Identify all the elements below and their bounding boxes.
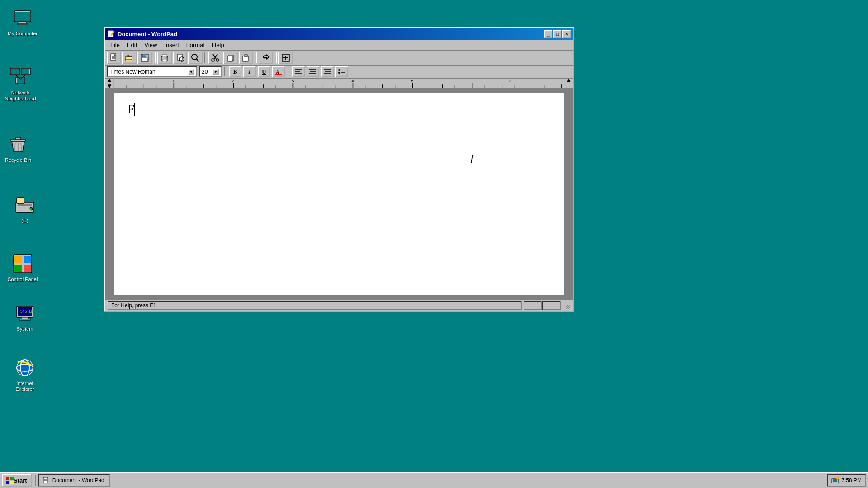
svg-text:1: 1	[172, 79, 175, 83]
svg-rect-24	[24, 256, 31, 263]
taskbar-time: 7:58 PM	[841, 477, 862, 483]
status-help-text: For Help, press F1	[108, 301, 522, 310]
toolbar-sep-1	[154, 52, 156, 63]
align-center-button[interactable]	[307, 66, 319, 77]
maximize-button[interactable]: □	[553, 30, 561, 38]
desktop-icon-drive-c-label: (C)	[21, 218, 28, 224]
ruler: 1 2 3 4 5	[105, 79, 573, 89]
font-select[interactable]: Times New Roman ▼	[107, 66, 197, 77]
status-resize-handle[interactable]	[561, 301, 571, 310]
toolbar-find-button[interactable]	[188, 52, 203, 64]
desktop-icon-my-computer[interactable]: My Computer	[5, 7, 41, 37]
color-button[interactable]: A	[272, 66, 285, 77]
toolbar-save-button[interactable]	[137, 52, 152, 64]
toolbar-undo-button[interactable]	[259, 52, 273, 64]
svg-text:2: 2	[232, 79, 234, 83]
menu-edit[interactable]: Edit	[123, 41, 141, 49]
menu-bar: File Edit View Insert Format Help	[105, 40, 573, 51]
toolbar-new-button[interactable]	[107, 52, 121, 64]
toolbar-sep-3	[255, 52, 257, 63]
menu-help[interactable]: Help	[208, 41, 228, 49]
title-bar-left: 📝 Document - WordPad	[108, 30, 177, 38]
svg-rect-18	[18, 204, 32, 206]
svg-rect-23	[14, 256, 22, 263]
taskbar-wordpad-item[interactable]: Document - WordPad	[38, 474, 110, 487]
desktop-icon-control-panel[interactable]: Control Panel	[5, 253, 41, 282]
svg-rect-46	[162, 55, 167, 57]
desktop-icon-control-panel-label: Control Panel	[8, 277, 38, 282]
svg-rect-65	[275, 74, 282, 75]
italic-button[interactable]: I	[243, 66, 256, 77]
svg-point-56	[216, 59, 219, 61]
start-button[interactable]: Start	[2, 474, 32, 487]
document-text: F	[127, 102, 134, 116]
toolbar-open-button[interactable]	[122, 52, 137, 64]
svg-rect-127	[6, 481, 9, 484]
svg-rect-43	[142, 58, 147, 61]
desktop-icon-drive-c[interactable]: C (C)	[7, 194, 43, 224]
svg-text:3: 3	[292, 79, 294, 83]
svg-rect-30	[21, 317, 28, 319]
svg-rect-25	[14, 265, 22, 272]
svg-rect-1	[15, 12, 30, 21]
menu-format[interactable]: Format	[183, 41, 208, 49]
menu-view[interactable]: View	[141, 41, 160, 49]
svg-line-123	[568, 307, 570, 309]
svg-text:C: C	[19, 200, 21, 203]
svg-point-55	[212, 59, 214, 61]
desktop-icon-recycle-bin-label: Recycle Bin	[5, 157, 31, 163]
svg-rect-26	[24, 265, 31, 272]
desktop-icon-internet-explorer[interactable]: InternetExplorer	[7, 357, 43, 392]
svg-rect-45	[162, 59, 167, 62]
document-area[interactable]: F I	[105, 89, 573, 299]
align-right-button[interactable]	[321, 66, 334, 77]
taskbar-tray-icon	[831, 477, 839, 484]
menu-file[interactable]: File	[107, 41, 123, 49]
minimize-button[interactable]: _	[544, 30, 552, 38]
svg-rect-42	[142, 54, 146, 57]
toolbar-cut-button[interactable]	[208, 52, 222, 64]
svg-point-78	[338, 69, 340, 71]
svg-rect-126	[10, 477, 14, 480]
drive-c-icon: C	[14, 194, 36, 216]
status-help-label: For Help, press F1	[111, 302, 156, 309]
recycle-bin-icon	[7, 134, 29, 155]
desktop-icon-recycle-bin[interactable]: Recycle Bin	[0, 134, 36, 163]
taskbar-tray: 7:58 PM	[827, 474, 866, 487]
svg-text:7: 7	[509, 79, 511, 83]
document-page: F I	[114, 93, 564, 295]
desktop-icon-network-label: Network Neighborhood	[2, 90, 38, 102]
wordpad-window: 📝 Document - WordPad _ □ ✕ File Edit Vie…	[104, 27, 574, 312]
toolbar-print-preview-button[interactable]	[173, 52, 187, 64]
document-editor[interactable]: F	[127, 102, 551, 260]
bold-button[interactable]: B	[229, 66, 241, 77]
toolbar-copy-button[interactable]	[223, 52, 238, 64]
close-button[interactable]: ✕	[562, 30, 571, 38]
status-box-1	[524, 301, 542, 310]
my-computer-icon	[12, 7, 33, 29]
wordpad-title-icon: 📝	[108, 30, 115, 38]
toolbar-paste-button[interactable]	[239, 52, 253, 64]
align-left-button[interactable]	[292, 66, 305, 77]
underline-button[interactable]: U	[258, 66, 270, 77]
menu-insert[interactable]: Insert	[160, 41, 183, 49]
desktop-icon-network[interactable]: Network Neighborhood	[2, 66, 38, 102]
svg-rect-31	[19, 319, 30, 320]
font-size-select[interactable]: 20 ▼	[199, 66, 222, 77]
status-bar: For Help, press F1	[105, 299, 573, 311]
toolbar-print-button[interactable]	[157, 52, 172, 64]
toolbar-object-button[interactable]	[278, 52, 293, 64]
network-icon	[9, 66, 31, 88]
font-size-dropdown-arrow[interactable]: ▼	[212, 69, 219, 75]
font-dropdown-arrow[interactable]: ▼	[188, 69, 194, 75]
svg-rect-5	[11, 69, 19, 74]
bullets-button[interactable]	[335, 66, 348, 77]
format-bar: Times New Roman ▼ 20 ▼ B I U A	[105, 66, 573, 79]
desktop-icon-system[interactable]: SYSTEM System	[7, 303, 43, 332]
text-cursor	[134, 103, 135, 116]
toolbar	[105, 51, 573, 66]
desktop-icon-system-label: System	[17, 326, 33, 332]
start-label: Start	[14, 477, 27, 484]
svg-point-47	[166, 57, 167, 59]
format-sep-2	[288, 67, 289, 76]
